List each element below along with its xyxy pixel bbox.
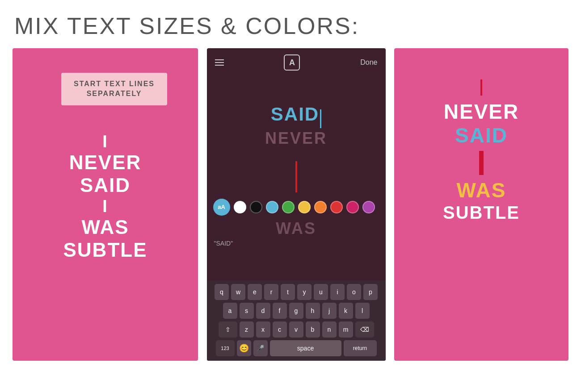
right-line-was: WAS (443, 179, 520, 202)
key-123[interactable]: 123 (216, 340, 235, 356)
key-emoji[interactable]: 😊 (237, 340, 251, 356)
said-line: SAID (271, 104, 321, 128)
panels-container: START TEXT LINES SEPARATELY I NEVER SAID… (0, 48, 581, 361)
color-picker-row: aA (207, 192, 386, 222)
key-l[interactable]: l (355, 303, 370, 319)
color-purple[interactable] (362, 201, 375, 213)
key-x[interactable]: x (256, 321, 270, 338)
color-blue[interactable] (266, 201, 278, 213)
key-s[interactable]: s (240, 303, 254, 319)
color-pink[interactable] (346, 201, 359, 213)
key-h[interactable]: h (306, 303, 320, 319)
key-a[interactable]: a (223, 303, 237, 319)
panel-center: A Done SAID NEVER aA (207, 48, 386, 361)
key-d[interactable]: d (256, 303, 270, 319)
key-z[interactable]: z (240, 321, 254, 338)
callout-top-line1: START TEXT LINES (74, 79, 155, 89)
left-line-never: NEVER (63, 151, 147, 174)
phone-top-bar: A Done (207, 48, 386, 77)
page-title: MIX TEXT SIZES & COLORS: (0, 0, 581, 48)
right-line-said: SAID (443, 124, 520, 147)
cursor-bar-mid (295, 161, 297, 192)
key-row-2: a s d f g h j k l (209, 303, 384, 319)
key-p[interactable]: p (363, 284, 378, 300)
key-space[interactable]: space (270, 340, 341, 356)
key-n[interactable]: n (322, 321, 337, 338)
panel-right: NEVER SAID WAS SUBTLE (394, 48, 568, 361)
color-black[interactable] (250, 201, 262, 213)
key-row-3: ⇧ z x c v b n m ⌫ (209, 321, 384, 338)
never-text-faded: NEVER (265, 129, 327, 148)
key-y[interactable]: y (297, 284, 312, 300)
keyboard: q w e r t y u i o p a s d f g h (207, 280, 386, 361)
callout-top-line2: SEPARATELY (74, 89, 155, 99)
key-j[interactable]: j (322, 303, 337, 319)
phone-text-area: SAID NEVER (207, 104, 386, 192)
right-line-subtle: SUBTLE (443, 202, 520, 223)
key-b[interactable]: b (306, 321, 320, 338)
color-red[interactable] (330, 201, 343, 213)
color-white[interactable] (234, 201, 246, 213)
key-w[interactable]: w (231, 284, 245, 300)
key-i[interactable]: i (330, 284, 345, 300)
cursor-bar-top (320, 109, 321, 128)
color-orange[interactable] (314, 201, 327, 213)
key-f[interactable]: f (273, 303, 287, 319)
said-text: SAID (271, 104, 319, 125)
key-c[interactable]: c (273, 321, 287, 338)
left-line-i2: I (63, 197, 147, 217)
key-return[interactable]: return (344, 340, 377, 356)
panel-left: START TEXT LINES SEPARATELY I NEVER SAID… (13, 48, 198, 361)
was-faded-text: WAS (207, 219, 386, 238)
left-line-said: SAID (63, 174, 147, 197)
key-mic[interactable]: 🎤 (253, 340, 268, 356)
key-g[interactable]: g (289, 303, 303, 319)
key-q[interactable]: q (215, 284, 229, 300)
key-row-1: q w e r t y u i o p (209, 284, 384, 300)
key-k[interactable]: k (339, 303, 353, 319)
page-container: MIX TEXT SIZES & COLORS: START TEXT LINE… (0, 0, 581, 361)
hamburger-icon[interactable] (215, 59, 224, 66)
key-shift[interactable]: ⇧ (219, 321, 237, 338)
key-m[interactable]: m (339, 321, 353, 338)
key-e[interactable]: e (248, 284, 262, 300)
key-u[interactable]: u (314, 284, 328, 300)
left-text-content: I NEVER SAID I WAS SUBTLE (63, 132, 147, 262)
color-green[interactable] (282, 201, 295, 213)
key-row-bottom: 123 😊 🎤 space return (209, 340, 384, 356)
right-line-never: NEVER (443, 100, 520, 124)
color-yellow[interactable] (298, 201, 311, 213)
callout-top: START TEXT LINES SEPARATELY (61, 73, 167, 105)
done-button[interactable]: Done (360, 58, 377, 67)
right-text-content: NEVER SAID WAS SUBTLE (443, 79, 520, 223)
key-o[interactable]: o (347, 284, 361, 300)
left-line-i: I (63, 132, 147, 152)
aa-button[interactable]: aA (213, 199, 230, 216)
key-t[interactable]: t (281, 284, 295, 300)
right-cursor-top (480, 79, 482, 96)
right-cursor-mid (479, 151, 484, 175)
left-line-subtle: SUBTLE (63, 239, 147, 262)
key-r[interactable]: r (264, 284, 278, 300)
font-icon[interactable]: A (284, 54, 300, 71)
key-delete[interactable]: ⌫ (355, 321, 374, 338)
key-v[interactable]: v (289, 321, 303, 338)
left-line-was: WAS (63, 216, 147, 239)
selected-word-label: "SAID" (207, 238, 386, 249)
